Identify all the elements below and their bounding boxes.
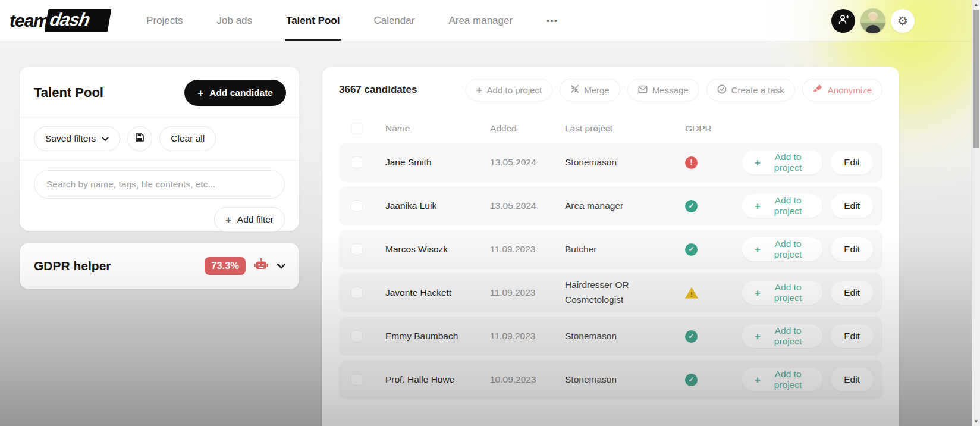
scroll-up-arrow[interactable]: ▲ [972,2,980,7]
row-edit-label: Edit [844,331,860,342]
row-edit-button[interactable]: Edit [831,368,873,391]
row-edit-button[interactable]: Edit [831,194,873,218]
table-row[interactable]: Emmy Baumbach 11.09.2023 Stonemason ✓ + … [339,317,882,356]
row-add-to-project-button[interactable]: + Add to project [742,237,822,261]
clear-all-label: Clear all [171,133,205,144]
message-button[interactable]: Message [627,79,699,101]
nav-item-talent-pool[interactable]: Talent Pool [286,0,340,41]
row-checkbox[interactable] [351,243,363,255]
row-edit-label: Edit [844,287,860,298]
anonymize-label: Anonymize [828,85,872,95]
row-edit-label: Edit [844,201,860,211]
gdpr-status-icon: ✓ [685,330,698,343]
select-all-checkbox[interactable] [351,123,363,134]
row-edit-button[interactable]: Edit [831,324,873,348]
candidate-last-project: Stonemason [565,329,685,344]
row-add-to-project-button[interactable]: + Add to project [742,368,822,391]
nav-item-calendar[interactable]: Calendar [373,0,414,41]
row-edit-button[interactable]: Edit [831,151,873,174]
row-checkbox[interactable] [351,287,363,299]
row-edit-label: Edit [844,374,860,385]
gdpr-status-icon: ✓ [685,200,698,212]
save-icon [135,133,145,145]
merge-button[interactable]: Merge [560,79,620,101]
gdpr-expand-chevron[interactable] [277,261,286,271]
user-avatar[interactable] [860,8,885,33]
row-add-to-project-button[interactable]: + Add to project [742,151,822,174]
clear-all-button[interactable]: Clear all [159,126,216,151]
plus-icon: + [755,375,761,385]
candidate-added-date: 11.09.2023 [490,287,565,298]
row-add-to-project-label: Add to project [766,195,810,217]
row-add-to-project-label: Add to project [766,369,810,390]
candidate-name: Emmy Baumbach [385,331,490,342]
row-checkbox[interactable] [351,156,363,168]
gdpr-status-icon: ! [685,156,698,169]
add-filter-button[interactable]: + Add filter [214,207,285,232]
saved-filters-dropdown[interactable]: Saved filters [34,126,120,151]
table-row[interactable]: Javonte Hackett 11.09.2023 Hairdresser O… [339,273,882,312]
candidate-last-project: Butcher [565,242,685,257]
settings-button[interactable]: ⚙ [891,9,915,33]
column-header-name: Name [385,123,490,134]
top-nav: team dash Projects Job ads Talent Pool C… [0,0,972,42]
row-add-to-project-button[interactable]: + Add to project [742,281,822,305]
candidate-rows: Jane Smith 13.05.2024 Stonemason ! + Add… [339,143,882,399]
candidate-name: Marcos Wisozk [385,244,490,255]
candidate-name: Jaanika Luik [385,201,490,211]
gdpr-status-icon: ✓ [685,374,698,386]
candidate-added-date: 10.09.2023 [490,374,565,385]
row-edit-button[interactable]: Edit [831,237,873,261]
row-add-to-project-button[interactable]: + Add to project [742,194,822,218]
nav-more-menu[interactable]: ••• [546,0,558,41]
scrollbar-thumb[interactable] [973,10,979,148]
logo-text-dash: dash [45,9,112,32]
candidates-panel: 3667 candidates + Add to project Merge [322,67,899,426]
column-header-last-project: Last project [565,123,685,134]
column-header-added: Added [490,123,565,134]
nav-item-area-manager[interactable]: Area manager [448,0,513,41]
search-input[interactable] [34,170,285,199]
add-to-project-bulk-button[interactable]: + Add to project [466,79,553,101]
add-candidate-button[interactable]: + Add candidate [184,80,286,106]
anonymize-button[interactable]: Anonymize [802,79,882,101]
table-row[interactable]: Prof. Halle Howe 10.09.2023 Stonemason ✓… [339,360,882,399]
candidate-last-project: Stonemason [565,372,685,387]
table-row[interactable]: Jaanika Luik 13.05.2024 Area manager ✓ +… [339,186,882,225]
plus-icon: + [225,215,231,225]
scroll-down-arrow[interactable]: ▼ [972,419,980,424]
robot-icon [253,258,269,274]
save-filter-button[interactable] [127,126,152,151]
row-checkbox[interactable] [351,374,363,386]
message-label: Message [652,85,689,95]
plus-icon: + [197,88,203,98]
page-scrollbar[interactable]: ▲ ▼ [972,0,980,426]
plus-icon: + [476,85,482,95]
check-circle-icon [717,84,727,96]
logo-text-team: team [10,11,49,31]
create-task-button[interactable]: Create a task [706,79,795,101]
envelope-icon [638,85,648,95]
table-row[interactable]: Jane Smith 13.05.2024 Stonemason ! + Add… [339,143,882,182]
gdpr-score-badge: 73.3% [205,257,246,275]
talent-pool-filters-panel: Talent Pool + Add candidate Saved filter… [20,67,299,231]
candidate-added-date: 11.09.2023 [490,244,565,255]
candidate-added-date: 13.05.2024 [490,201,565,211]
add-user-button[interactable] [831,9,855,33]
candidate-last-project: Hairdresser OR Cosmetologist [565,278,685,308]
row-checkbox[interactable] [351,200,363,212]
row-checkbox[interactable] [351,330,363,342]
row-edit-button[interactable]: Edit [831,281,873,305]
merge-label: Merge [584,85,610,95]
table-row[interactable]: Marcos Wisozk 11.09.2023 Butcher ✓ + Add… [339,230,882,269]
gdpr-status-icon: ✓ [685,243,698,256]
nav-item-projects[interactable]: Projects [146,0,183,41]
teamdash-logo[interactable]: team dash [10,9,109,32]
row-add-to-project-button[interactable]: + Add to project [742,324,822,348]
gdpr-helper-title: GDPR helper [34,259,111,273]
nav-item-job-ads[interactable]: Job ads [217,0,253,41]
nav-items: Projects Job ads Talent Pool Calendar Ar… [146,0,558,41]
candidate-name: Prof. Halle Howe [385,374,490,385]
row-add-to-project-label: Add to project [766,325,810,347]
create-task-label: Create a task [731,85,784,95]
